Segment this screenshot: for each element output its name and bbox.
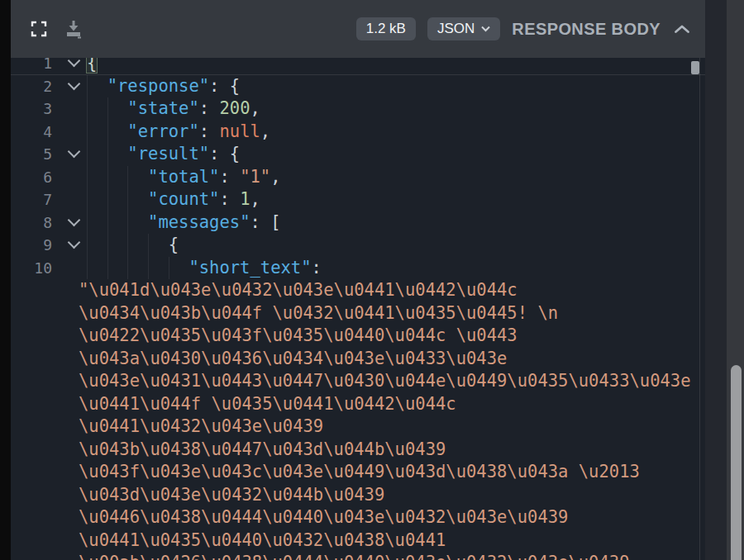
size-badge: 1.2 kB xyxy=(356,17,416,40)
page-scrollbar-thumb[interactable] xyxy=(731,365,742,560)
line-number: 8 xyxy=(11,211,52,235)
code-line-wrapped[interactable]: \u00ab\u0426\u0438\u0444\u0440\u043e\u04… xyxy=(11,552,705,560)
format-select[interactable]: JSON xyxy=(427,17,500,40)
code-line[interactable]: 4"error": null, xyxy=(11,121,705,144)
code-text: { xyxy=(87,234,179,257)
code-line[interactable]: 7"count": 1, xyxy=(11,188,705,211)
fullscreen-icon xyxy=(30,20,48,38)
response-body-panel: 1.2 kB JSON RESPONSE BODY 1{2"re xyxy=(11,0,705,560)
download-icon xyxy=(64,19,83,39)
code-line[interactable]: 9{ xyxy=(11,234,705,257)
string-value-text: \u0441\u0432\u043e\u0439 xyxy=(79,415,323,439)
collapse-button[interactable] xyxy=(672,23,692,36)
code-line-wrapped[interactable]: \u043e\u0431\u0443\u0447\u0430\u044e\u04… xyxy=(11,370,705,393)
string-value-text: \u0434\u043b\u044f \u0432\u0441\u0435\u0… xyxy=(79,302,558,325)
code-line[interactable]: 1{ xyxy=(11,58,705,75)
string-value-text: \u0422\u0435\u043f\u0435\u0440\u044c \u0… xyxy=(79,325,517,348)
code-line-wrapped[interactable]: \u0446\u0438\u0444\u0440\u043e\u0432\u04… xyxy=(11,506,705,529)
code-text: "state": 200, xyxy=(87,97,260,121)
string-value-text: \u0446\u0438\u0444\u0440\u043e\u0432\u04… xyxy=(79,506,568,529)
code-line[interactable]: 3"state": 200, xyxy=(11,97,705,121)
editor-scrollbar-thumb[interactable] xyxy=(691,61,699,74)
code-line[interactable]: 6"total": "1", xyxy=(11,166,705,189)
line-number: 2 xyxy=(11,75,52,98)
panel-gap xyxy=(705,0,727,560)
code-text: "count": 1, xyxy=(87,188,260,211)
code-line[interactable]: 2"response": { xyxy=(11,75,705,98)
code-lines: 1{2"response": {3"state": 200,4"error": … xyxy=(11,58,705,560)
line-number: 6 xyxy=(11,166,52,189)
code-text: { xyxy=(87,58,97,75)
fold-chevron-icon[interactable] xyxy=(64,211,83,235)
line-number: 7 xyxy=(11,188,52,211)
panel-title: RESPONSE BODY xyxy=(512,20,661,39)
line-number: 10 xyxy=(11,257,52,280)
code-editor[interactable]: 1{2"response": {3"state": 200,4"error": … xyxy=(11,58,705,560)
code-line-wrapped[interactable]: \u0441\u0435\u0440\u0432\u0438\u0441 xyxy=(11,529,705,553)
string-value-text: \u043d\u043e\u0432\u044b\u0439 xyxy=(79,484,384,507)
code-line-wrapped[interactable]: "\u041d\u043e\u0432\u043e\u0441\u0442\u0… xyxy=(11,279,705,302)
line-number: 9 xyxy=(11,234,52,257)
string-value-text: "\u041d\u043e\u0432\u043e\u0441\u0442\u0… xyxy=(79,279,517,302)
format-select-value: JSON xyxy=(437,21,475,37)
string-value-text: \u043f\u043e\u043c\u043e\u0449\u043d\u04… xyxy=(79,461,640,484)
string-value-text: \u043a\u0430\u0436\u0434\u043e\u0433\u04… xyxy=(79,348,507,371)
code-line-wrapped[interactable]: \u043a\u0430\u0436\u0434\u043e\u0433\u04… xyxy=(11,348,705,371)
code-line[interactable]: 5"result": { xyxy=(11,143,705,166)
code-line-wrapped[interactable]: \u043b\u0438\u0447\u043d\u044b\u0439 xyxy=(11,439,705,462)
code-line-wrapped[interactable]: \u0434\u043b\u044f \u0432\u0441\u0435\u0… xyxy=(11,302,705,325)
code-text: "total": "1", xyxy=(87,166,281,189)
string-value-text: \u0441\u044f \u0435\u0441\u0442\u044c xyxy=(79,393,456,416)
chevron-down-icon xyxy=(481,26,490,32)
line-number: 3 xyxy=(11,97,52,121)
string-value-text: \u043b\u0438\u0447\u043d\u044b\u0439 xyxy=(79,439,446,462)
code-line-wrapped[interactable]: \u0441\u044f \u0435\u0441\u0442\u044c xyxy=(11,393,705,416)
string-value-text: \u00ab\u0426\u0438\u0444\u0440\u043e\u04… xyxy=(79,552,629,560)
code-line-wrapped[interactable]: \u0441\u0432\u043e\u0439 xyxy=(11,415,705,439)
code-line-wrapped[interactable]: \u043d\u043e\u0432\u044b\u0439 xyxy=(11,484,705,507)
line-number: 4 xyxy=(11,121,52,144)
fold-chevron-icon[interactable] xyxy=(64,58,83,75)
code-line-wrapped[interactable]: \u043f\u043e\u043c\u043e\u0449\u043d\u04… xyxy=(11,461,705,484)
fullscreen-button[interactable] xyxy=(29,18,49,40)
string-value-text: \u0441\u0435\u0440\u0432\u0438\u0441 xyxy=(79,529,446,553)
string-value-text: \u043e\u0431\u0443\u0447\u0430\u044e\u04… xyxy=(79,370,691,393)
panel-header: 1.2 kB JSON RESPONSE BODY xyxy=(11,0,705,58)
code-text: "short_text": xyxy=(87,257,322,280)
code-text: "result": { xyxy=(87,143,240,166)
code-line[interactable]: 8"messages": [ xyxy=(11,211,705,235)
fold-chevron-icon[interactable] xyxy=(64,75,83,98)
screen: 1.2 kB JSON RESPONSE BODY 1{2"re xyxy=(0,0,744,560)
editor-scrollbar-track xyxy=(699,58,700,560)
fold-chevron-icon[interactable] xyxy=(64,234,83,257)
code-text: "messages": [ xyxy=(87,211,281,235)
line-number: 1 xyxy=(11,58,52,75)
page-scrollbar[interactable] xyxy=(727,0,744,560)
code-text: "error": null, xyxy=(87,121,270,144)
download-button[interactable] xyxy=(64,18,83,40)
fold-chevron-icon[interactable] xyxy=(64,143,83,166)
line-number: 5 xyxy=(11,143,52,166)
code-line[interactable]: 10"short_text": xyxy=(11,257,705,280)
chevron-up-icon xyxy=(674,25,690,34)
code-line-wrapped[interactable]: \u0422\u0435\u043f\u0435\u0440\u044c \u0… xyxy=(11,325,705,348)
code-text: "response": { xyxy=(87,75,240,98)
